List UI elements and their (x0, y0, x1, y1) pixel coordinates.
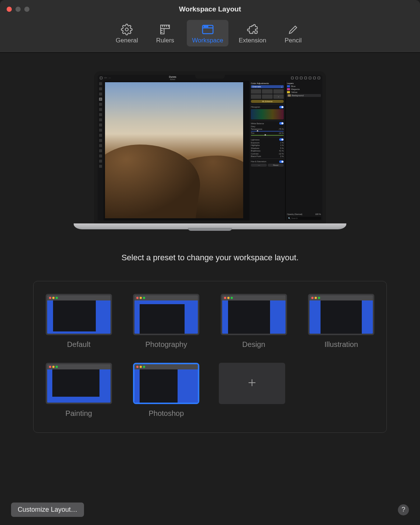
svg-point-3 (204, 26, 204, 27)
preset-painting[interactable]: Painting (44, 363, 114, 418)
preview-doc-subtitle: Edited (169, 78, 176, 80)
tab-label: Pencil (285, 37, 302, 44)
preview-doc-title: Dunes (169, 76, 176, 78)
tab-extension[interactable]: Extension (234, 20, 272, 46)
customize-layout-button[interactable]: Customize Layout… (11, 503, 84, 517)
preset-illustration[interactable]: Illustration (307, 294, 377, 349)
tab-label: Workspace (192, 37, 223, 44)
preset-container: Default Photography (33, 281, 387, 433)
preset-label: Design (242, 340, 265, 349)
tab-rulers[interactable]: Rulers (148, 20, 182, 46)
pencil-icon (287, 23, 300, 36)
preset-label: Photography (146, 340, 187, 349)
help-button[interactable]: ? (398, 504, 409, 515)
gear-icon (120, 23, 133, 36)
add-preset-button[interactable] (219, 363, 285, 404)
preferences-toolbar: General Rulers Workspace Extension Penci… (0, 18, 420, 53)
tab-pencil[interactable]: Pencil (277, 20, 310, 46)
svg-point-4 (206, 26, 206, 27)
layers-panel-title: Layers (287, 82, 321, 84)
tab-general[interactable]: General (110, 20, 143, 46)
traffic-lights (0, 7, 29, 12)
zoom-window-button[interactable] (24, 7, 29, 12)
puzzle-icon (246, 23, 259, 36)
close-window-button[interactable] (7, 7, 12, 12)
preview-tool-sidebar (98, 81, 104, 220)
minimize-window-button[interactable] (15, 7, 21, 12)
preset-label: Photoshop (148, 409, 184, 418)
footer: Customize Layout… ? (0, 494, 420, 525)
preset-default[interactable]: Default (44, 294, 114, 349)
tab-label: Rulers (156, 37, 174, 44)
preset-design[interactable]: Design (219, 294, 289, 349)
ruler-icon (158, 23, 172, 36)
instruction-text: Select a preset to change your workspace… (122, 253, 299, 262)
svg-point-5 (207, 26, 208, 27)
plus-icon (247, 376, 257, 391)
titlebar: Workspace Layout (0, 0, 420, 18)
preset-label: Painting (66, 409, 92, 418)
content-area: </> — Dunes Edited L (0, 53, 420, 433)
preset-label: Illustration (325, 340, 358, 349)
preview-layers-panel: Layers Blue Magenta Yellow Background Op… (286, 81, 322, 220)
preview-adjustments-panel: Color Adjustments Cinematic⌄ + ML Enhanc… (249, 81, 286, 220)
tab-label: General (116, 37, 138, 44)
help-icon: ? (402, 506, 405, 514)
tab-label: Extension (239, 37, 266, 44)
preset-photoshop[interactable]: Photoshop (132, 363, 202, 418)
preset-label: Default (67, 340, 90, 349)
window-title: Workspace Layout (0, 5, 420, 13)
preview-canvas (105, 82, 243, 218)
svg-point-0 (125, 28, 128, 31)
window-icon (201, 23, 214, 36)
preset-photography[interactable]: Photography (132, 294, 202, 349)
tab-workspace[interactable]: Workspace (187, 20, 228, 46)
workspace-preview-laptop: </> — Dunes Edited L (74, 71, 346, 235)
